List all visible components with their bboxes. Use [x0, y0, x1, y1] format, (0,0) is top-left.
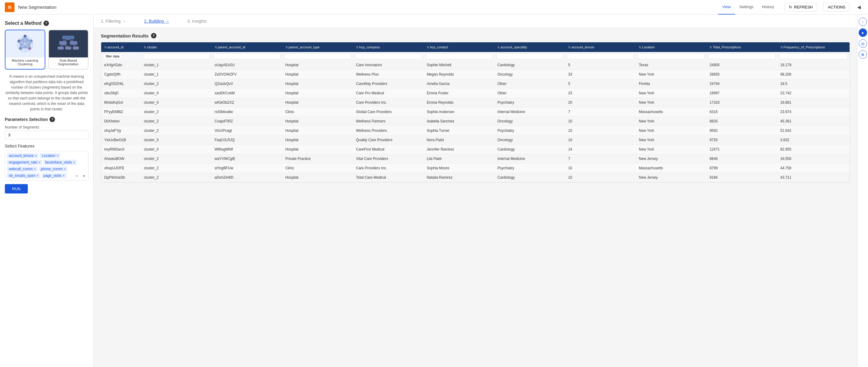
tag-nb-emails-open-remove[interactable]: × [36, 174, 38, 177]
cell-r0-c6: Cardiology [494, 60, 565, 70]
tag-facetoface-visits-remove[interactable]: × [73, 161, 75, 164]
col-location[interactable]: Location [636, 42, 706, 52]
cell-r2-c10: 18.5 [777, 79, 850, 89]
cell-r0-c10: 18.179 [777, 60, 850, 70]
svg-line-21 [61, 45, 63, 47]
params-section: Parameters Selection ? Number of Segment… [5, 117, 89, 139]
col-total-prescriptions[interactable]: Total_Prescriptions [706, 42, 777, 52]
cell-r3-c9: 19997 [706, 89, 777, 98]
filter-total-rx-input[interactable] [708, 53, 775, 59]
tag-webcall-comm-remove[interactable]: × [34, 167, 36, 171]
cell-r1-c4: Wellness Plus [353, 70, 424, 79]
nav-history[interactable]: History [758, 0, 778, 15]
filter-hcp-company-input[interactable] [355, 53, 422, 59]
col-hcp-company[interactable]: hcp_company [353, 42, 424, 52]
cell-r8-c1: cluster_0 [141, 136, 211, 145]
filter-parent-id-input[interactable] [214, 53, 281, 59]
table-filter-row: filter data [101, 52, 849, 60]
cell-r0-c5: Sophie Mitchell [424, 60, 494, 70]
method-description: K-means is an unsupervised machine learn… [5, 74, 89, 112]
nav-view[interactable]: View [718, 0, 735, 15]
cell-r7-c4: Wellness Providers [353, 126, 424, 136]
method-card-rule[interactable]: Rule-Based Segmentation [48, 30, 89, 69]
run-button[interactable]: RUN [5, 184, 28, 194]
svg-rect-18 [73, 47, 79, 50]
step-insights[interactable]: 3. Insights [188, 19, 207, 24]
cell-r10-c8: New Jersey [636, 154, 706, 164]
col-frequency-prescriptions[interactable]: Frequency_of_Prescriptions [777, 42, 850, 52]
cell-r2-c2: QZaizkQvV [212, 79, 282, 89]
cell-r11-c2: slYogBFUw [212, 164, 282, 173]
filter-specialty-input[interactable] [496, 53, 563, 59]
cell-r2-c5: Amelia Garcia [424, 79, 494, 89]
tags-clear-icon[interactable]: × [74, 173, 80, 179]
svg-line-23 [73, 45, 76, 47]
seg-results-help-icon[interactable]: ? [151, 33, 156, 38]
step-filtering[interactable]: 1. Filtering → [101, 19, 126, 24]
cell-r5-c5: Sophie Anderson [424, 107, 494, 117]
col-account-id[interactable]: account_id [101, 42, 141, 52]
tag-webcall-comm[interactable]: webcall_comm × [7, 166, 38, 172]
tag-location[interactable]: Location × [40, 153, 60, 159]
main-layout: Select a Method ? [0, 15, 868, 367]
cell-r11-c8: Massachusetts [636, 164, 706, 173]
cell-r11-c6: Psychiatry [494, 164, 565, 173]
filter-freq-rx-input[interactable] [779, 53, 848, 59]
cell-r11-c0: xNxpUJOFE [101, 164, 141, 173]
cell-r9-c4: CareFirst Medical [353, 145, 424, 154]
tag-nb-emails-open[interactable]: nb_emails_open × [7, 173, 40, 178]
tag-engagement-rate[interactable]: engagement_rate × [7, 160, 42, 165]
sidebar-icon-0[interactable]: ↑ [859, 18, 867, 26]
cell-r3-c1: cluster_0 [141, 89, 211, 98]
num-segments-input[interactable] [5, 131, 89, 139]
cell-r6-c6: Oncology [494, 117, 565, 126]
params-title: Parameters Selection ? [5, 117, 89, 122]
col-parent-account-id[interactable]: parent_account_id [212, 42, 282, 52]
tag-phone-comm[interactable]: phone_comm × [39, 166, 68, 172]
tag-page-visits[interactable]: page_visits × [42, 173, 66, 178]
sidebar-icon-2[interactable]: ◎ [859, 39, 867, 48]
cell-r8-c10: 3.832 [777, 136, 850, 145]
tag-page-visits-remove[interactable]: × [63, 174, 65, 177]
tag-phone-comm-remove[interactable]: × [64, 167, 66, 171]
params-help-icon[interactable]: ? [50, 117, 55, 122]
cell-r5-c7: 7 [565, 107, 636, 117]
col-cluster[interactable]: cluster [141, 42, 211, 52]
col-account-specialty[interactable]: account_specialty [494, 42, 565, 52]
table-row: DpPWxhaSbcluster_2aDsrtZeWDHospitalTotal… [101, 173, 849, 182]
filter-data-button[interactable]: filter data [103, 53, 122, 59]
tags-dropdown-icon[interactable]: ▾ [81, 173, 87, 179]
col-parent-account-type[interactable]: parent_account_type [282, 42, 353, 52]
tag-facetoface-visits[interactable]: facetoface_visits × [43, 160, 77, 165]
tag-engagement-rate-remove[interactable]: × [38, 161, 40, 164]
cell-r9-c8: New York [636, 145, 706, 154]
actions-button[interactable]: ACTIONS [823, 3, 850, 11]
sidebar-icon-1[interactable]: ● [859, 28, 867, 37]
filter-location-input[interactable] [638, 53, 705, 59]
sidebar-icon-3[interactable]: ⊕ [859, 50, 867, 59]
nav-settings[interactable]: Settings [735, 0, 758, 15]
col-account-tenure[interactable]: account_tenure [565, 42, 636, 52]
cell-r6-c2: CxapdTlRZ [212, 117, 282, 126]
tag-location-remove[interactable]: × [57, 154, 59, 158]
select-method-help-icon[interactable]: ? [43, 21, 49, 26]
cell-r12-c3: Hospital [282, 173, 353, 182]
filter-tenure-input[interactable] [567, 53, 634, 59]
collapse-button[interactable]: ◀ [855, 3, 863, 11]
cell-r10-c6: Internal Medicine [494, 154, 565, 164]
filter-cluster-input[interactable] [143, 53, 210, 59]
refresh-button[interactable]: ↻ REFRESH [784, 3, 817, 11]
filter-parent-type-input[interactable] [284, 53, 351, 59]
filter-cell-0: filter data [101, 52, 141, 60]
tag-account-tenure[interactable]: account_tenure × [7, 153, 39, 159]
filter-hcp-contact-input[interactable] [426, 53, 493, 59]
cell-r7-c0: shqJaFYjy [101, 126, 141, 136]
step-building[interactable]: 2. Building → [144, 19, 169, 24]
method-card-ml[interactable]: Machine Learning Clustering [5, 30, 45, 69]
cell-r9-c7: 14 [565, 145, 636, 154]
col-hcp-contact[interactable]: hcp_contact [424, 42, 494, 52]
tag-account-tenure-remove[interactable]: × [35, 154, 37, 158]
page-title: New Segmentation [18, 4, 715, 10]
cell-r7-c7: 10 [565, 126, 636, 136]
cell-r7-c2: VoUrPcagt [212, 126, 282, 136]
